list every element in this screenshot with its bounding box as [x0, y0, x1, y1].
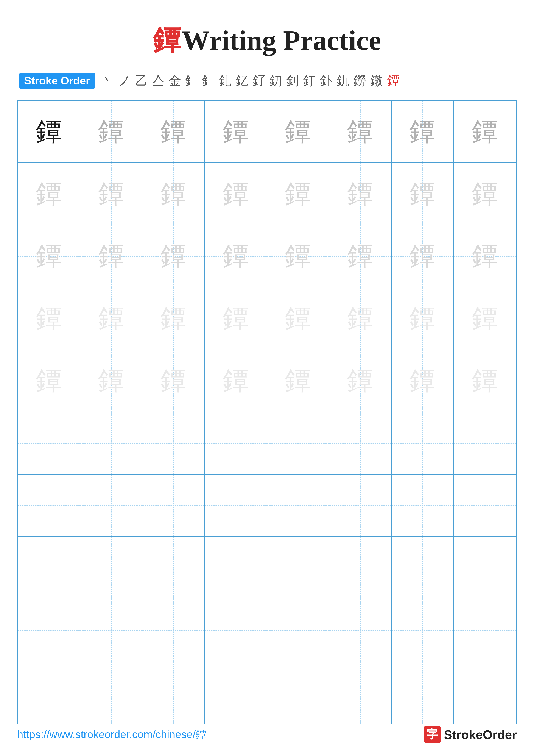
grid-cell-3-4: 鐔: [205, 225, 267, 287]
grid-cell-9-4: [205, 599, 267, 662]
grid-cell-8-4: [205, 537, 267, 599]
char-display: 鐔: [98, 306, 124, 332]
char-display: 鐔: [161, 368, 186, 394]
stroke-step-18: 鐔: [387, 72, 399, 89]
grid-cell-5-8: 鐔: [454, 350, 516, 412]
grid-cell-8-6: [329, 537, 392, 599]
stroke-step-8: 釓: [219, 72, 232, 89]
char-display: 鐔: [161, 119, 186, 145]
char-display: 鐔: [36, 243, 62, 269]
stroke-step-2: ノ: [118, 72, 131, 89]
grid-cell-8-5: [267, 537, 329, 599]
char-display: 鐔: [285, 243, 311, 269]
grid-cell-2-7: 鐔: [392, 163, 454, 225]
char-display: 鐔: [223, 243, 249, 269]
grid-cell-9-1: [18, 599, 80, 662]
char-display: 鐔: [285, 368, 311, 394]
grid-row-10: [18, 662, 516, 724]
grid-cell-7-4: [205, 474, 267, 537]
grid-cell-6-7: [392, 412, 454, 474]
char-display: 鐔: [410, 306, 435, 332]
char-display: 鐔: [161, 181, 186, 207]
brand-name: StrokeOrder: [444, 727, 517, 742]
stroke-step-10: 釕: [253, 72, 265, 89]
grid-cell-8-7: [392, 537, 454, 599]
grid-cell-3-8: 鐔: [454, 225, 516, 287]
grid-row-4: 鐔 鐔 鐔 鐔 鐔 鐔 鐔 鐔: [18, 287, 516, 350]
char-display: 鐔: [285, 181, 311, 207]
grid-cell-4-4: 鐔: [205, 287, 267, 350]
grid-cell-9-8: [454, 599, 516, 662]
grid-cell-6-3: [142, 412, 205, 474]
grid-cell-1-1: 鐔: [18, 101, 80, 163]
grid-cell-4-7: 鐔: [392, 287, 454, 350]
grid-cell-2-6: 鐔: [329, 163, 392, 225]
grid-cell-4-2: 鐔: [80, 287, 142, 350]
grid-cell-10-7: [392, 662, 454, 724]
grid-row-1: 鐔 鐔 鐔 鐔 鐔 鐔 鐔 鐔: [18, 101, 516, 163]
grid-cell-5-1: 鐔: [18, 350, 80, 412]
grid-cell-1-8: 鐔: [454, 101, 516, 163]
char-display: 鐔: [36, 306, 62, 332]
grid-cell-2-2: 鐔: [80, 163, 142, 225]
grid-cell-4-6: 鐔: [329, 287, 392, 350]
char-display: 鐔: [347, 368, 373, 394]
grid-cell-1-4: 鐔: [205, 101, 267, 163]
grid-cell-5-5: 鐔: [267, 350, 329, 412]
grid-cell-1-5: 鐔: [267, 101, 329, 163]
grid-cell-10-2: [80, 662, 142, 724]
char-display: 鐔: [410, 368, 435, 394]
footer-url[interactable]: https://www.strokeorder.com/chinese/鐔: [17, 727, 206, 742]
char-display: 鐔: [36, 181, 62, 207]
grid-row-3: 鐔 鐔 鐔 鐔 鐔 鐔 鐔 鐔: [18, 225, 516, 287]
grid-cell-3-6: 鐔: [329, 225, 392, 287]
stroke-step-4: 亼: [152, 72, 165, 89]
grid-cell-2-8: 鐔: [454, 163, 516, 225]
char-display: 鐔: [472, 119, 498, 145]
grid-cell-9-7: [392, 599, 454, 662]
char-display: 鐔: [98, 368, 124, 394]
char-display: 鐔: [36, 368, 62, 394]
stroke-step-17: 鐓: [370, 72, 383, 89]
grid-cell-3-3: 鐔: [142, 225, 205, 287]
char-display: 鐔: [472, 368, 498, 394]
grid-row-5: 鐔 鐔 鐔 鐔 鐔 鐔 鐔 鐔: [18, 350, 516, 412]
footer: https://www.strokeorder.com/chinese/鐔 字 …: [17, 726, 517, 743]
grid-cell-6-8: [454, 412, 516, 474]
grid-cell-8-3: [142, 537, 205, 599]
stroke-step-3: 乙: [135, 72, 147, 89]
grid-cell-1-6: 鐔: [329, 101, 392, 163]
grid-cell-1-7: 鐔: [392, 101, 454, 163]
grid-cell-10-5: [267, 662, 329, 724]
grid-cell-9-2: [80, 599, 142, 662]
stroke-step-1: 丶: [101, 72, 114, 89]
grid-cell-8-1: [18, 537, 80, 599]
char-display: 鐔: [285, 119, 311, 145]
char-display: 鐔: [223, 181, 249, 207]
grid-cell-5-6: 鐔: [329, 350, 392, 412]
grid-cell-10-4: [205, 662, 267, 724]
grid-cell-2-4: 鐔: [205, 163, 267, 225]
grid-cell-7-7: [392, 474, 454, 537]
char-display: 鐔: [347, 306, 373, 332]
grid-cell-10-3: [142, 662, 205, 724]
grid-cell-7-6: [329, 474, 392, 537]
grid-cell-2-5: 鐔: [267, 163, 329, 225]
grid-cell-9-6: [329, 599, 392, 662]
char-display: 鐔: [161, 306, 186, 332]
grid-cell-7-2: [80, 474, 142, 537]
char-display: 鐔: [98, 119, 124, 145]
grid-row-8: [18, 537, 516, 599]
grid-cell-3-5: 鐔: [267, 225, 329, 287]
page-container: 鐔 Writing Practice Stroke Order 丶 ノ 乙 亼 …: [0, 0, 534, 756]
title-chinese: 鐔: [153, 25, 181, 56]
grid-row-9: [18, 599, 516, 662]
title-english: Writing Practice: [182, 25, 381, 56]
grid-cell-1-3: 鐔: [142, 101, 205, 163]
grid-cell-3-1: 鐔: [18, 225, 80, 287]
char-display: 鐔: [347, 181, 373, 207]
stroke-order-area: Stroke Order 丶 ノ 乙 亼 金 釒 釒 釓 釔 釕 釖 釗 釘 釙…: [17, 72, 517, 89]
grid-cell-10-1: [18, 662, 80, 724]
stroke-step-9: 釔: [236, 72, 248, 89]
stroke-step-16: 鐒: [353, 72, 366, 89]
